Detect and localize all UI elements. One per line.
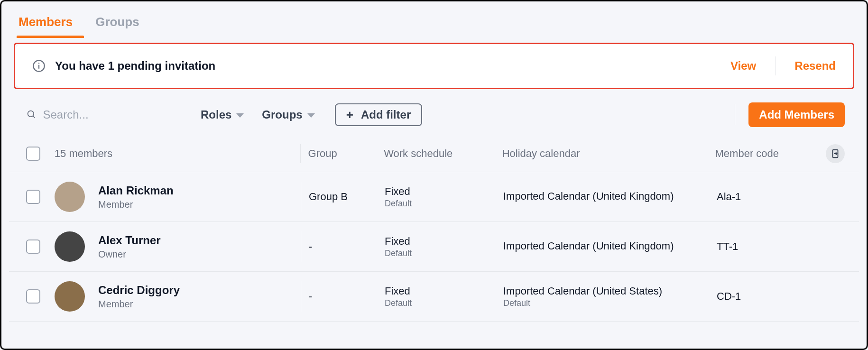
tab-groups[interactable]: Groups (95, 15, 139, 38)
chevron-down-icon (236, 113, 244, 118)
column-header-code: Member code (708, 147, 826, 160)
avatar (55, 281, 85, 312)
table-header: 15 members Group Work schedule Holiday c… (9, 136, 859, 172)
roles-filter-label: Roles (201, 108, 231, 121)
table-row[interactable]: Alan Rickman Member Group B Fixed Defaul… (9, 172, 859, 222)
member-code: Ala-1 (717, 191, 820, 203)
chevron-down-icon (307, 113, 315, 118)
member-group: Group B (309, 191, 369, 203)
view-invitations-link[interactable]: View (730, 59, 756, 73)
alert-text: You have 1 pending invitation (55, 59, 730, 73)
work-schedule-sub: Default (385, 298, 488, 308)
table-row[interactable]: Cedric Diggory Member - Fixed Default Im… (9, 272, 859, 322)
work-schedule-sub: Default (385, 199, 488, 209)
divider (775, 56, 776, 75)
add-filter-button[interactable]: + Add filter (335, 103, 423, 126)
column-header-work: Work schedule (376, 147, 494, 160)
search-input[interactable] (43, 108, 188, 121)
row-checkbox[interactable] (26, 190, 40, 204)
member-role: Member (98, 199, 174, 210)
pending-invitation-alert: You have 1 pending invitation View Resen… (14, 43, 854, 89)
member-group: - (309, 290, 369, 303)
info-icon (32, 59, 46, 73)
member-role: Owner (98, 249, 161, 260)
search-container (26, 108, 187, 121)
holiday-calendar: Imported Calendar (United Kingdom) (503, 240, 702, 252)
add-members-button[interactable]: Add Members (748, 102, 845, 127)
column-header-holiday: Holiday calendar (495, 147, 708, 160)
svg-line-4 (33, 116, 35, 118)
table-row[interactable]: Alex Turner Owner - Fixed Default Import… (9, 222, 859, 272)
tab-members[interactable]: Members (18, 15, 73, 38)
work-schedule-sub: Default (385, 249, 488, 258)
select-all-checkbox[interactable] (26, 147, 40, 161)
export-button[interactable] (826, 144, 845, 163)
row-checkbox[interactable] (26, 289, 40, 304)
column-header-group: Group (301, 147, 377, 160)
search-icon (26, 109, 37, 120)
work-schedule: Fixed (385, 185, 488, 198)
avatar (55, 182, 85, 212)
member-role: Member (98, 299, 180, 310)
avatar (55, 231, 85, 262)
member-name: Alan Rickman (98, 184, 174, 197)
member-code: CD-1 (717, 290, 820, 303)
groups-filter-label: Groups (262, 108, 302, 121)
work-schedule: Fixed (385, 235, 488, 248)
member-name: Cedric Diggory (98, 284, 180, 297)
plus-icon: + (346, 109, 353, 121)
add-filter-label: Add filter (361, 108, 411, 121)
holiday-calendar-sub: Default (503, 298, 702, 308)
holiday-calendar: Imported Calendar (United States) (503, 285, 702, 297)
svg-point-2 (38, 63, 39, 64)
svg-point-3 (28, 111, 34, 117)
holiday-calendar: Imported Calendar (United Kingdom) (503, 190, 702, 203)
member-name: Alex Turner (98, 234, 161, 247)
groups-filter-dropdown[interactable]: Groups (257, 108, 319, 121)
roles-filter-dropdown[interactable]: Roles (196, 108, 249, 121)
member-count-label: 15 members (55, 147, 112, 160)
work-schedule: Fixed (385, 285, 488, 297)
member-group: - (309, 240, 369, 253)
resend-invitations-link[interactable]: Resend (794, 59, 836, 73)
divider (735, 104, 735, 125)
member-code: TT-1 (717, 240, 820, 253)
row-checkbox[interactable] (26, 239, 40, 254)
